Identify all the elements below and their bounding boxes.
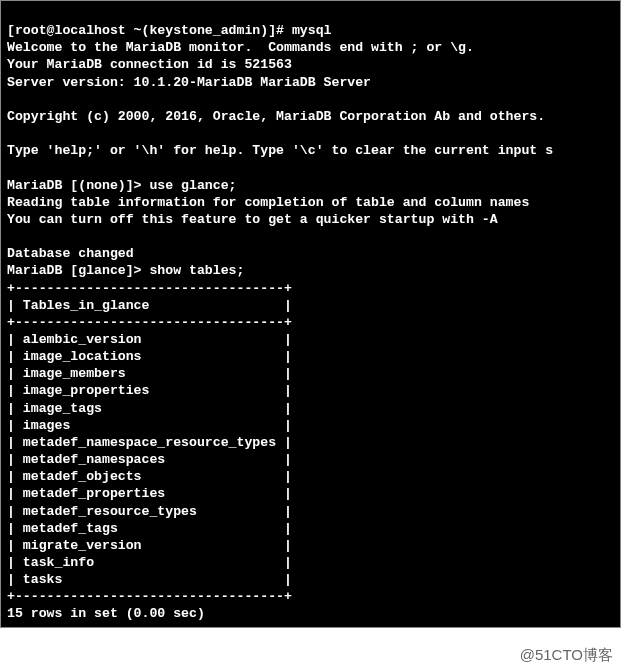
- mariadb-prompt-line-1: MariaDB [(none)]> use glance;: [7, 178, 237, 193]
- table-row: | metadef_objects |: [7, 469, 292, 484]
- result-summary: 15 rows in set (0.00 sec): [7, 606, 205, 621]
- reading-info-1: Reading table information for completion…: [7, 195, 529, 210]
- blank-line: [7, 229, 15, 244]
- command-use-glance: use glance;: [149, 178, 236, 193]
- blank-line: [7, 126, 15, 141]
- watermark-text: @51CTO博客: [520, 645, 613, 665]
- table-border-top: +----------------------------------+: [7, 281, 292, 296]
- reading-info-2: You can turn off this feature to get a q…: [7, 212, 498, 227]
- table-row: | alembic_version |: [7, 332, 292, 347]
- terminal-window[interactable]: [root@localhost ~(keystone_admin)]# mysq…: [0, 0, 621, 628]
- table-row: | task_info |: [7, 555, 292, 570]
- table-border-mid: +----------------------------------+: [7, 315, 292, 330]
- welcome-line-2: Your MariaDB connection id is 521563: [7, 57, 292, 72]
- table-row: | image_locations |: [7, 349, 292, 364]
- welcome-line-3: Server version: 10.1.20-MariaDB MariaDB …: [7, 75, 371, 90]
- shell-prompt-line: [root@localhost ~(keystone_admin)]# mysq…: [7, 23, 331, 38]
- mariadb-prompt-glance: MariaDB [glance]>: [7, 263, 149, 278]
- shell-prompt: [root@localhost ~(keystone_admin)]#: [7, 23, 292, 38]
- copyright-line: Copyright (c) 2000, 2016, Oracle, MariaD…: [7, 109, 545, 124]
- table-row: | metadef_namespace_resource_types |: [7, 435, 292, 450]
- table-row: | metadef_properties |: [7, 486, 292, 501]
- blank-line: [7, 92, 15, 107]
- table-row: | metadef_namespaces |: [7, 452, 292, 467]
- blank-line: [7, 160, 15, 175]
- command-show-tables: show tables;: [149, 263, 244, 278]
- mariadb-prompt-none: MariaDB [(none)]>: [7, 178, 149, 193]
- table-row: | migrate_version |: [7, 538, 292, 553]
- table-row: | image_members |: [7, 366, 292, 381]
- database-changed: Database changed: [7, 246, 134, 261]
- command-mysql: mysql: [292, 23, 332, 38]
- welcome-line-1: Welcome to the MariaDB monitor. Commands…: [7, 40, 474, 55]
- table-row: | image_properties |: [7, 383, 292, 398]
- table-row: | tasks |: [7, 572, 292, 587]
- table-row: | metadef_tags |: [7, 521, 292, 536]
- table-row: | image_tags |: [7, 401, 292, 416]
- table-header: | Tables_in_glance |: [7, 298, 292, 313]
- mariadb-prompt-line-2: MariaDB [glance]> show tables;: [7, 263, 244, 278]
- help-line: Type 'help;' or '\h' for help. Type '\c'…: [7, 143, 553, 158]
- table-row: | images |: [7, 418, 292, 433]
- table-row: | metadef_resource_types |: [7, 504, 292, 519]
- table-border-bottom: +----------------------------------+: [7, 589, 292, 604]
